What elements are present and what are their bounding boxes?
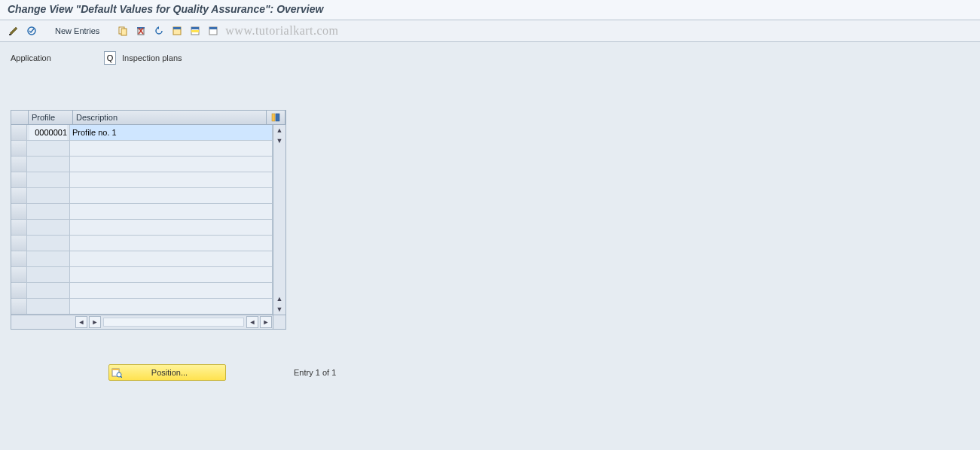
profile-input[interactable] — [29, 220, 67, 235]
profile-cell — [27, 172, 70, 187]
description-cell — [70, 220, 273, 235]
profile-cell — [27, 141, 70, 156]
select-all-rows-header[interactable] — [11, 111, 29, 124]
profile-cell — [27, 157, 70, 172]
scroll-right2-icon[interactable]: ► — [260, 316, 272, 328]
table-row — [11, 204, 273, 220]
checked-set-icon[interactable] — [24, 23, 39, 38]
watermark-text: www.tutorialkart.com — [225, 24, 338, 38]
description-input[interactable] — [70, 220, 272, 235]
row-selector[interactable] — [11, 157, 27, 172]
table-row — [11, 299, 273, 315]
description-cell — [70, 172, 273, 187]
display-change-toggle-icon[interactable] — [6, 23, 21, 38]
description-cell — [70, 283, 273, 298]
hscroll-track[interactable] — [103, 318, 244, 327]
table-row — [11, 251, 273, 267]
vertical-scrollbar[interactable]: ▲ ▼ ▲ ▼ — [273, 125, 285, 315]
profile-input[interactable] — [29, 299, 67, 314]
svg-rect-14 — [209, 27, 217, 29]
profile-input[interactable] — [29, 267, 67, 282]
profile-cell — [27, 251, 70, 266]
description-input[interactable] — [70, 299, 272, 314]
table-row — [11, 188, 273, 204]
row-selector[interactable] — [11, 267, 27, 282]
scroll-down2-icon[interactable]: ▼ — [273, 304, 285, 315]
profile-input[interactable] — [29, 283, 67, 298]
copy-as-icon[interactable] — [115, 23, 130, 38]
select-block-icon[interactable] — [188, 23, 203, 38]
description-input[interactable] — [70, 188, 272, 203]
description-input[interactable] — [70, 236, 272, 251]
profile-input[interactable] — [29, 172, 67, 187]
deselect-all-icon[interactable] — [206, 23, 221, 38]
description-input[interactable] — [70, 172, 272, 187]
table-row — [11, 141, 273, 157]
profile-input[interactable] — [29, 236, 67, 251]
row-selector[interactable] — [11, 141, 27, 156]
delete-icon[interactable] — [133, 23, 148, 38]
profile-input[interactable] — [29, 188, 67, 203]
profile-cell — [27, 220, 70, 235]
scroll-left-icon[interactable]: ◄ — [75, 316, 87, 328]
application-description: Inspection plans — [122, 53, 182, 62]
profile-input[interactable] — [29, 251, 67, 266]
profile-cell — [27, 299, 70, 314]
profile-cell — [27, 236, 70, 251]
scroll-right-icon[interactable]: ► — [89, 316, 101, 328]
new-entries-button[interactable]: New Entries — [50, 24, 105, 38]
app-toolbar: New Entries www.tutorialkart.com — [0, 20, 980, 42]
application-field-row: Application Inspection plans — [11, 51, 969, 65]
table-row — [11, 172, 273, 188]
description-cell — [70, 141, 273, 156]
description-input[interactable] — [70, 125, 272, 140]
svg-rect-5 — [137, 27, 145, 29]
scroll-left2-icon[interactable]: ◄ — [246, 316, 258, 328]
row-selector[interactable] — [11, 236, 27, 251]
row-selector[interactable] — [11, 188, 27, 203]
row-selector[interactable] — [11, 172, 27, 187]
profile-input[interactable] — [29, 141, 67, 156]
row-selector[interactable] — [11, 299, 27, 314]
row-selector[interactable] — [11, 283, 27, 298]
profile-input[interactable] — [29, 204, 67, 219]
row-selector[interactable] — [11, 204, 27, 219]
column-header-description[interactable]: Description — [73, 111, 267, 124]
description-cell — [70, 157, 273, 172]
row-selector[interactable] — [11, 251, 27, 266]
description-cell — [70, 299, 273, 314]
description-input[interactable] — [70, 157, 272, 172]
row-selector[interactable] — [11, 125, 27, 140]
position-button[interactable]: Position... — [108, 364, 226, 381]
table-header: Profile Description — [11, 111, 285, 125]
description-cell — [70, 204, 273, 219]
table-row — [11, 220, 273, 236]
profiles-table: Profile Description ▲ ▼ ▲ ▼ ◄ ► ◄ ► — [11, 110, 286, 330]
svg-rect-3 — [121, 29, 127, 35]
application-input[interactable] — [104, 51, 116, 65]
position-icon — [109, 367, 124, 378]
application-label: Application — [11, 53, 101, 62]
svg-rect-12 — [191, 30, 199, 32]
description-input[interactable] — [70, 141, 272, 156]
profile-cell — [27, 204, 70, 219]
scroll-up2-icon[interactable]: ▲ — [273, 293, 285, 304]
profile-input[interactable] — [29, 157, 67, 172]
description-input[interactable] — [70, 283, 272, 298]
select-all-icon[interactable] — [169, 23, 185, 38]
position-button-label: Position... — [124, 368, 225, 377]
description-input[interactable] — [70, 267, 272, 282]
description-input[interactable] — [70, 251, 272, 266]
page-title: Change View "Default Values for Quality … — [0, 0, 980, 20]
table-settings-icon[interactable] — [267, 111, 285, 124]
table-row — [11, 157, 273, 172]
svg-rect-16 — [276, 114, 279, 121]
scroll-down-icon[interactable]: ▼ — [273, 135, 285, 146]
profile-input[interactable] — [29, 125, 67, 140]
description-input[interactable] — [70, 204, 272, 219]
column-header-profile[interactable]: Profile — [29, 111, 73, 124]
svg-rect-11 — [191, 27, 199, 29]
scroll-up-icon[interactable]: ▲ — [273, 125, 285, 135]
undo-change-icon[interactable] — [151, 23, 166, 38]
row-selector[interactable] — [11, 220, 27, 235]
